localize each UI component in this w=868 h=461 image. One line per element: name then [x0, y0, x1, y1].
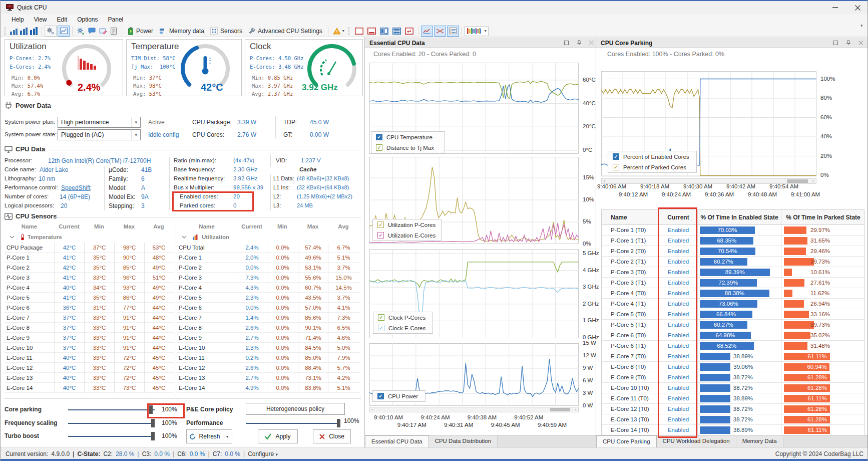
tab-essential-cpu-data[interactable]: Essential CPU Data: [365, 435, 429, 447]
active-link[interactable]: Active: [148, 119, 165, 126]
idle-config-link[interactable]: Iddle config: [148, 131, 179, 138]
slider-label: Core parking: [5, 406, 42, 413]
layout-icon[interactable]: [380, 28, 388, 35]
clock-p-cores-value: 4.50 GHz: [278, 55, 304, 61]
parking-panel-header: CPU Core Parking: [596, 38, 868, 48]
utilization-sensor-table: NameCurrentMinMaxAvg UtilizationCPU Tota…: [177, 221, 360, 393]
parking-maximize-icon[interactable]: [831, 39, 839, 47]
y-axis-label: 80%: [820, 95, 832, 101]
toolbar-overflow-icon[interactable]: ▾: [860, 23, 863, 28]
layout-icon[interactable]: [405, 28, 413, 35]
menu-help[interactable]: Help: [7, 15, 29, 25]
sensor-group-row[interactable]: Utilization: [177, 232, 360, 243]
memory-data-button[interactable]: Memory data: [156, 28, 207, 35]
legend-checkbox[interactable]: ✓: [378, 325, 384, 331]
minimize-button[interactable]: [824, 1, 846, 14]
cpu-data-value: 10 nm: [39, 175, 55, 182]
refresh-button[interactable]: Refresh: [186, 429, 223, 443]
sensors-button[interactable]: Sensors: [207, 27, 245, 35]
scatter-chart-toggle[interactable]: [434, 26, 446, 37]
legend-checkbox[interactable]: ✓: [377, 232, 384, 239]
tab-cpu-core-parking[interactable]: CPU Core Parking: [596, 435, 657, 447]
parking-pin-icon[interactable]: [844, 39, 852, 47]
utilization-max: 57.4%: [28, 83, 44, 89]
menu-edit[interactable]: Edit: [52, 15, 72, 25]
sensor-min: 37°C: [84, 243, 114, 253]
chart-bars-icon[interactable]: [29, 26, 39, 36]
essential-close-icon[interactable]: [587, 39, 595, 47]
list-view-toggle[interactable]: [447, 26, 459, 37]
eraser-icon[interactable]: [97, 26, 108, 37]
parking-parked-cell: 26.94%: [781, 299, 865, 309]
parking-parked-cell: 27.61%: [781, 278, 865, 288]
utilization-gauge-value: 2.4%: [78, 82, 101, 93]
sensor-row: E-Core 1240°C33°C72°C45°C: [5, 363, 174, 373]
slider-turbo-boost[interactable]: [68, 436, 155, 437]
tab-memory-data[interactable]: Memory Data: [736, 435, 783, 447]
layout-icon[interactable]: [392, 28, 401, 35]
graph-view-icon[interactable]: [58, 26, 70, 37]
sensor-current: 2.7%: [237, 333, 267, 343]
chart-bars-icon[interactable]: [19, 26, 29, 36]
cache-value: (32 KBx6)+(64 KBx8): [297, 184, 349, 190]
legend-checkbox[interactable]: ✓: [613, 153, 619, 160]
advanced-cpu-settings-button[interactable]: Advanced CPU Settings: [245, 28, 325, 35]
parking-table-row: P-Core 5 (T0)Enabled66.84%33.16%: [602, 309, 864, 320]
configure-menu[interactable]: Configure ▾: [248, 450, 278, 457]
legend-checkbox[interactable]: ✓: [377, 221, 384, 228]
sensor-min: 0.0%: [267, 373, 298, 383]
slider-core-parking[interactable]: [68, 409, 155, 410]
legend-checkbox[interactable]: ✓: [377, 393, 384, 399]
cpu-data-value[interactable]: SpeedShift: [61, 184, 91, 191]
power-plan-label: System power plan:: [5, 119, 55, 125]
layout-icon[interactable]: [367, 28, 376, 35]
warning-icon[interactable]: ▾: [331, 28, 346, 35]
performance-slider[interactable]: [246, 423, 340, 424]
parking-table-row: P-Core 3 (T0)Enabled89.39%10.61%: [602, 267, 864, 278]
power-plan-select[interactable]: High performance▾: [58, 117, 141, 128]
parked-bar: [784, 226, 806, 234]
essential-chart-scrollbar[interactable]: ‹›: [369, 407, 579, 412]
sensor-group-row[interactable]: Temperature: [5, 232, 174, 243]
cpu-data-value: 3: [141, 202, 145, 209]
parking-parked-cell: 31.65%: [781, 236, 865, 246]
enabled-bar: [700, 395, 730, 402]
essential-maximize-icon[interactable]: [562, 39, 570, 47]
layout-icon[interactable]: [355, 28, 363, 35]
essential-scrollbar-thumb[interactable]: [550, 408, 570, 411]
enabled-bar: [700, 353, 730, 360]
legend-checkbox[interactable]: ✓: [376, 144, 382, 151]
apply-button[interactable]: Apply: [258, 429, 298, 443]
legend-checkbox[interactable]: ✓: [376, 134, 382, 140]
legend-checkbox[interactable]: ✓: [378, 314, 384, 321]
e-cores-label: E-Cores:: [10, 64, 35, 70]
report-icon[interactable]: [108, 26, 119, 37]
line-chart-toggle[interactable]: [421, 26, 433, 37]
power-state-select[interactable]: Plugged In (AC)▾: [58, 129, 141, 140]
parking-parked-cell: 61.28%: [781, 372, 865, 383]
pe-core-policy-select[interactable]: Heterogeneous policy: [246, 403, 345, 415]
comment-icon[interactable]: [86, 26, 97, 37]
settings-gear-icon[interactable]: [75, 26, 86, 37]
refresh-dropdown[interactable]: ▾: [223, 429, 232, 443]
power-button[interactable]: Power: [125, 27, 156, 35]
close-button[interactable]: [846, 1, 868, 14]
essential-pin-icon[interactable]: [575, 39, 583, 47]
legend-checkbox[interactable]: ✓: [613, 164, 619, 170]
cstate-label: C-State:: [77, 450, 100, 457]
slider-frequency-scaling[interactable]: [68, 423, 155, 424]
parking-parked-cell: 61.11%: [781, 393, 865, 404]
close-action-button[interactable]: Close: [313, 429, 351, 443]
slider-label: Frequency scaling: [5, 419, 57, 426]
parking-close-icon[interactable]: [856, 39, 864, 47]
essential-time-label: 9:40:31 AM: [444, 422, 473, 428]
menu-panel[interactable]: Panel: [103, 15, 129, 25]
color-histogram-dropdown[interactable]: ▾: [465, 26, 489, 36]
performance-slider-thumb[interactable]: [337, 419, 340, 427]
process-settings-icon[interactable]: [45, 26, 57, 37]
parking-scrollbar-thumb[interactable]: [787, 179, 808, 183]
menu-options[interactable]: Options: [72, 15, 103, 25]
menu-view[interactable]: View: [29, 15, 52, 25]
chart-bars-icon[interactable]: [9, 26, 19, 36]
tab-cpu-data-distribution[interactable]: CPU Data Distribution: [429, 435, 498, 447]
